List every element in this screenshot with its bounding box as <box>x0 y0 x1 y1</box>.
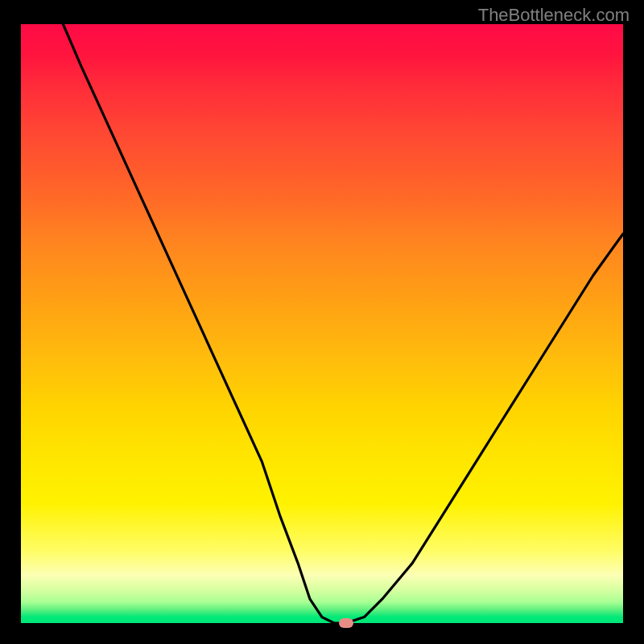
plot-area <box>21 24 623 623</box>
watermark-text: TheBottleneck.com <box>478 5 630 26</box>
chart-frame: TheBottleneck.com <box>0 0 644 644</box>
optimal-point-marker <box>339 618 353 628</box>
bottleneck-curve <box>21 24 623 623</box>
